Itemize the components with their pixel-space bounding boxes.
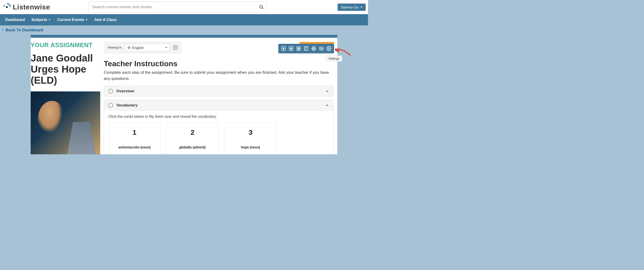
brand-name: Listenwise	[13, 3, 50, 11]
vocab-card-term: globally (adverb)	[179, 145, 206, 149]
vocab-card[interactable]: 2 globally (adverb)	[166, 123, 219, 154]
caret-down-icon	[360, 6, 362, 8]
vocab-card[interactable]: 1 action/acción (noun)	[108, 123, 161, 154]
globe-icon	[128, 46, 131, 49]
vocab-card-number: 1	[132, 128, 136, 136]
step-status-icon	[108, 89, 113, 93]
stop-icon[interactable]	[288, 46, 294, 51]
svg-rect-10	[304, 47, 308, 51]
svg-marker-4	[283, 48, 284, 49]
story-image	[31, 91, 100, 154]
play-icon[interactable]	[281, 46, 286, 51]
section-vocabulary-header[interactable]: Vocabulary	[104, 100, 333, 110]
chevron-up-icon	[325, 103, 329, 107]
step-status-icon	[108, 103, 113, 108]
svg-point-1	[260, 5, 262, 8]
instructions-body: Complete each step of the assignment. Be…	[104, 69, 334, 81]
vocab-card-term: hope (noun)	[241, 145, 260, 149]
svg-line-2	[262, 8, 263, 9]
vocab-card-term: action/acción (noun)	[118, 145, 151, 149]
vocabulary-hint: Click the cards below to flip them over …	[108, 114, 329, 119]
brand-logo[interactable]: Listenwise	[2, 2, 50, 11]
annotation-arrow-icon	[335, 48, 352, 58]
back-to-dashboard-link[interactable]: Back To Dashboard	[2, 28, 366, 32]
columns-icon[interactable]	[303, 46, 309, 51]
caret-down-icon	[86, 19, 88, 20]
svg-point-0	[6, 6, 8, 8]
globe-icon[interactable]	[311, 46, 316, 51]
reader-toolbar	[278, 44, 334, 53]
user-menu-button[interactable]: Sammy Go	[338, 3, 366, 11]
language-selected: English	[132, 46, 144, 50]
vocab-card-number: 2	[190, 128, 194, 136]
chevron-down-icon	[325, 89, 329, 93]
vocab-card-number: 3	[249, 128, 253, 136]
language-label: Viewing in	[108, 46, 122, 49]
assignment-label: YOUR ASSIGNMENT	[31, 41, 101, 49]
nav-subjects[interactable]: Subjects	[32, 18, 51, 22]
instructions-title: Teacher Instructions	[104, 59, 334, 68]
help-icon[interactable]: ?	[173, 45, 178, 50]
assignment-title: Jane Goodall Urges Hope (ELD)	[31, 52, 101, 86]
listenwise-logo-icon	[2, 2, 11, 11]
svg-rect-16	[320, 47, 324, 50]
vocab-card[interactable]: 3 hope (noun)	[224, 123, 277, 154]
svg-point-18	[328, 48, 330, 49]
image-icon[interactable]	[318, 46, 324, 51]
pause-icon[interactable]	[296, 46, 302, 51]
search-input[interactable]	[88, 2, 266, 12]
nav-dashboard[interactable]: Dashboard	[5, 18, 25, 22]
section-overview-title: Overview	[116, 89, 134, 93]
language-select[interactable]: English	[125, 44, 170, 51]
nav-join-class[interactable]: Join A Class	[94, 18, 116, 22]
user-name: Sammy Go	[341, 5, 358, 9]
svg-rect-6	[290, 48, 292, 49]
nav-current-events[interactable]: Current Events	[57, 18, 88, 22]
section-overview-header[interactable]: Overview	[104, 86, 333, 96]
settings-gear-icon[interactable]	[326, 46, 332, 51]
search-icon[interactable]	[259, 5, 264, 9]
chevron-left-icon	[2, 29, 4, 31]
caret-down-icon	[48, 19, 50, 20]
svg-point-17	[320, 48, 321, 48]
chevron-down-icon	[165, 47, 167, 48]
svg-rect-9	[299, 48, 299, 49]
section-vocabulary-title: Vocabulary	[116, 103, 138, 108]
svg-rect-8	[298, 48, 298, 49]
